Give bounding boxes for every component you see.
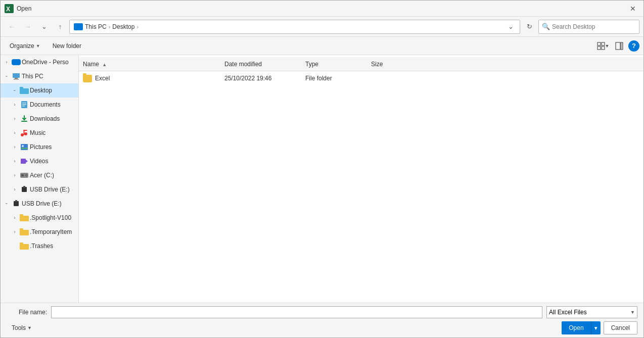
search-input[interactable] bbox=[552, 23, 636, 30]
filename-input[interactable] bbox=[51, 306, 542, 318]
sidebar-label-pictures: Pictures bbox=[30, 143, 52, 151]
svg-rect-10 bbox=[14, 79, 19, 80]
sidebar-item-music[interactable]: › Music bbox=[1, 126, 78, 140]
chevron-icon: › bbox=[11, 101, 19, 109]
chevron-icon: › bbox=[11, 171, 19, 179]
svg-rect-7 bbox=[621, 42, 623, 50]
action-row: Tools ▼ Open ▼ Cancel bbox=[7, 321, 637, 334]
organize-dropdown-icon: ▼ bbox=[36, 43, 40, 49]
sidebar-label-onedrive: OneDrive - Perso bbox=[22, 59, 69, 66]
sidebar-item-usb-top[interactable]: › USB Drive (E:) bbox=[1, 182, 78, 197]
preview-pane-button[interactable] bbox=[612, 39, 626, 53]
recent-locations-button[interactable]: ⌄ bbox=[37, 20, 51, 34]
open-button[interactable]: Open bbox=[562, 321, 591, 334]
open-dropdown-button[interactable]: ▼ bbox=[591, 321, 601, 334]
svg-rect-21 bbox=[24, 130, 27, 131]
chevron-icon: › bbox=[11, 143, 19, 151]
svg-rect-34 bbox=[20, 216, 29, 221]
sidebar-label-usb-bottom: USB Drive (E:) bbox=[22, 200, 62, 207]
svg-marker-25 bbox=[26, 160, 28, 163]
svg-point-18 bbox=[21, 133, 24, 136]
sidebar-label-desktop: Desktop bbox=[30, 87, 52, 94]
col-header-name[interactable]: Name ▲ bbox=[83, 61, 224, 68]
sidebar-item-documents[interactable]: › Documents bbox=[1, 98, 78, 112]
path-dropdown-button[interactable]: ⌄ bbox=[505, 22, 516, 32]
svg-rect-16 bbox=[22, 106, 25, 107]
open-dialog: X Open ✕ ← → ⌄ ↑ This PC › Desktop › ⌄ ↻… bbox=[0, 0, 644, 338]
drive-c-icon bbox=[20, 171, 29, 180]
preview-icon bbox=[615, 42, 623, 50]
onedrive-icon bbox=[12, 58, 21, 67]
svg-rect-35 bbox=[20, 214, 23, 216]
sidebar-label-acer: Acer (C:) bbox=[30, 172, 54, 179]
chevron-icon: › bbox=[11, 129, 19, 137]
sidebar-item-desktop[interactable]: › Desktop bbox=[1, 83, 78, 98]
sidebar-item-spotlight[interactable]: › .Spotlight-V100 bbox=[1, 211, 78, 225]
sidebar-item-downloads[interactable]: › Downloads bbox=[1, 112, 78, 126]
temporaryitems-folder-icon bbox=[20, 227, 29, 236]
chevron-icon: › bbox=[11, 157, 19, 165]
sidebar-item-videos[interactable]: › Videos bbox=[1, 154, 78, 168]
music-icon bbox=[20, 128, 29, 137]
title-bar: X Open ✕ bbox=[1, 1, 643, 17]
col-header-date[interactable]: Date modified bbox=[224, 61, 305, 68]
filetype-label: All Excel Files bbox=[549, 309, 587, 316]
table-row[interactable]: Excel 25/10/2022 19:46 File folder bbox=[79, 71, 643, 85]
tools-dropdown-icon: ▼ bbox=[27, 325, 32, 330]
dialog-title: Open bbox=[17, 5, 626, 12]
sidebar-item-onedrive[interactable]: › OneDrive - Perso bbox=[1, 55, 78, 69]
svg-rect-15 bbox=[22, 104, 26, 105]
downloads-icon bbox=[20, 114, 29, 123]
column-header: Name ▲ Date modified Type Size bbox=[79, 57, 643, 71]
chevron-icon: › bbox=[3, 200, 11, 208]
col-header-size[interactable]: Size bbox=[371, 61, 422, 68]
file-name: Excel bbox=[95, 75, 110, 82]
filename-label: File name: bbox=[7, 309, 47, 316]
excel-icon: X bbox=[5, 4, 14, 13]
path-this-pc: This PC bbox=[85, 23, 107, 30]
forward-button[interactable]: → bbox=[21, 20, 35, 34]
tools-button[interactable]: Tools ▼ bbox=[7, 321, 37, 334]
up-button[interactable]: ↑ bbox=[53, 20, 67, 34]
documents-icon bbox=[20, 100, 29, 109]
open-button-group: Open ▼ bbox=[562, 321, 600, 334]
refresh-button[interactable]: ↻ bbox=[522, 20, 536, 34]
sidebar-item-usb-bottom[interactable]: › USB Drive (E:) bbox=[1, 197, 78, 211]
svg-rect-30 bbox=[22, 187, 27, 192]
cancel-button[interactable]: Cancel bbox=[604, 321, 637, 334]
sidebar-item-temporaryitems[interactable]: › .TemporaryItem bbox=[1, 225, 78, 239]
organize-label: Organize bbox=[10, 42, 34, 50]
file-folder-icon bbox=[83, 75, 92, 82]
toolbar: Organize ▼ New folder ▼ ? bbox=[1, 37, 643, 55]
col-header-type[interactable]: Type bbox=[305, 61, 371, 68]
sidebar: › OneDrive - Perso › This PC bbox=[1, 55, 79, 303]
file-area[interactable]: Name ▲ Date modified Type Size Excel bbox=[79, 55, 643, 303]
usb-bottom-icon bbox=[12, 199, 21, 208]
sidebar-item-this-pc[interactable]: › This PC bbox=[1, 69, 78, 83]
organize-button[interactable]: Organize ▼ bbox=[5, 39, 45, 53]
tools-label: Tools bbox=[12, 324, 26, 331]
close-button[interactable]: ✕ bbox=[626, 2, 639, 15]
address-path[interactable]: This PC › Desktop › ⌄ bbox=[69, 20, 520, 34]
title-bar-controls: ✕ bbox=[626, 2, 639, 15]
address-bar: ← → ⌄ ↑ This PC › Desktop › ⌄ ↻ 🔍 bbox=[1, 17, 643, 37]
back-button[interactable]: ← bbox=[5, 20, 19, 34]
chevron-icon: › bbox=[3, 72, 11, 80]
svg-rect-3 bbox=[602, 42, 605, 45]
path-desktop: Desktop bbox=[112, 23, 134, 30]
svg-rect-17 bbox=[21, 121, 27, 122]
desktop-folder-icon bbox=[20, 86, 29, 95]
chevron-icon: › bbox=[3, 58, 11, 66]
sidebar-label-music: Music bbox=[30, 129, 45, 136]
filetype-dropdown[interactable]: All Excel Files ▼ bbox=[546, 306, 637, 318]
search-box[interactable]: 🔍 bbox=[538, 20, 639, 34]
help-button[interactable]: ? bbox=[628, 40, 639, 52]
view-options-button[interactable]: ▼ bbox=[596, 39, 610, 53]
sidebar-item-trashes[interactable]: › .Trashes bbox=[1, 239, 78, 253]
new-folder-button[interactable]: New folder bbox=[48, 39, 86, 53]
usb-top-icon bbox=[20, 185, 29, 194]
svg-rect-27 bbox=[21, 174, 24, 176]
sidebar-item-acer[interactable]: › Acer (C:) bbox=[1, 168, 78, 182]
sidebar-item-pictures[interactable]: › Pictures bbox=[1, 140, 78, 154]
trashes-folder-icon bbox=[20, 242, 29, 251]
